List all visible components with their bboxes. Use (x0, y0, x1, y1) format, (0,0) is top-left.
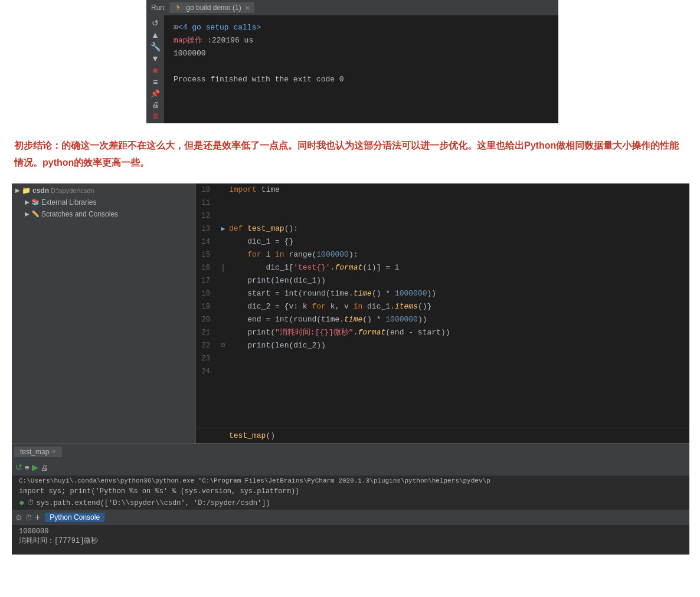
console-panel: test_map ✕ ↺ ≡ ▶ 🖨 C:\Users\huyi\.conda\… (12, 443, 689, 555)
line-content: for i in range(1000000): (229, 248, 358, 261)
output-line-5: Process finished with the exit code 0 (174, 73, 549, 86)
console-print-button[interactable]: 🖨 (41, 463, 48, 472)
line-number: 21 (196, 326, 217, 339)
line-number: 15 (196, 248, 217, 261)
code-line-20: 20 end = int(round(time.time() * 1000000… (196, 313, 689, 326)
console-tab-close-icon[interactable]: ✕ (51, 448, 56, 455)
wrench-button[interactable]: 🔧 (150, 41, 161, 52)
line-number: 16 (196, 261, 217, 274)
code-line-16: 16 | dic_1['test{}'.format(i)] = i (196, 261, 689, 274)
commentary-text: 初步结论：的确这一次差距不在这么大，但是还是效率低了一点点。同时我也认为这部分语… (14, 137, 686, 172)
pin-button[interactable]: 📌 (150, 88, 161, 99)
console-clock-button[interactable]: ⏱ (25, 513, 32, 522)
bottom-call-bar: test_map() (196, 428, 689, 443)
rerun-button[interactable]: ↺ (151, 18, 159, 28)
line-number: 17 (196, 274, 217, 287)
line-content: end = int(round(time.time() * 1000000)) (229, 313, 427, 326)
line-content: print(len(dic_1)) (229, 274, 326, 287)
line-gutter (217, 352, 229, 365)
sidebar-external-label: External Libraries (41, 198, 96, 206)
code-area: 18 import time 11 12 13 ▶ def test_map()… (196, 183, 689, 428)
line-number: 23 (196, 352, 217, 365)
console-gear-button[interactable]: ⚙ (15, 513, 22, 522)
up-button[interactable]: ▲ (151, 29, 160, 40)
line-content: dic_1 = {} (229, 235, 293, 248)
stop-button[interactable]: ■ (152, 65, 158, 76)
line-number: 11 (196, 196, 217, 209)
sidebar-scratches-arrow: ▶ (25, 211, 30, 217)
commentary-section: 初步结论：的确这一次差距不在这么大，但是还是效率低了一点点。同时我也认为这部分语… (0, 123, 700, 183)
line-gutter (217, 235, 229, 248)
code-line-24: 24 (196, 365, 689, 378)
run-tab-icon: 🏃 (174, 4, 182, 12)
line-gutter (217, 196, 229, 209)
console-cmd2-line: ● ⏱ sys.path.extend(['D:\\spyder\\csdn',… (12, 497, 689, 510)
code-line-19: 19 dic_2 = {v: k for k, v in dic_1.items… (196, 300, 689, 313)
line-content: import time (229, 183, 280, 196)
console-toolbar-row1: ↺ ≡ ▶ 🖨 (12, 460, 689, 475)
console-tab[interactable]: test_map ✕ (14, 447, 62, 457)
cmd1-text: import sys; print('Python %s on %s' % (s… (19, 487, 299, 496)
line-gutter (217, 365, 229, 378)
folder-icon: 📁 (22, 186, 31, 195)
line-gutter (217, 274, 229, 287)
line-number: 13 (196, 222, 217, 235)
code-line-22: 22 ⊟ print(len(dic_2)) (196, 339, 689, 352)
trash-button[interactable]: 🗑 (151, 111, 160, 121)
run-tab-close-icon[interactable]: ✕ (245, 5, 250, 11)
python-console-label[interactable]: Python Console (45, 513, 104, 522)
console-output-1: 1000000 (19, 527, 682, 536)
cmd2-prefix-icon: ⏱ (27, 498, 34, 507)
output-line-4 (174, 60, 549, 73)
console-stop-button[interactable]: ≡ (25, 463, 30, 472)
line-number: 18 (196, 287, 217, 300)
code-line-12: 12 (196, 209, 689, 222)
line-gutter (217, 248, 229, 261)
list-button[interactable]: ≡ (152, 77, 158, 87)
line-number: 22 (196, 339, 217, 352)
code-line-15: 15 for i in range(1000000): (196, 248, 689, 261)
line-gutter: | (217, 261, 229, 274)
console-tab-bar: test_map ✕ (12, 444, 689, 460)
code-line-14: 14 dic_1 = {} (196, 235, 689, 248)
sidebar-project-arrow: ▶ (15, 187, 20, 193)
code-line-13: 13 ▶ def test_map(): (196, 222, 689, 235)
output-line-3: 1000000 (174, 47, 549, 60)
line-content: def test_map(): (229, 222, 298, 235)
line-content: print(len(dic_2)) (229, 339, 326, 352)
run-tab[interactable]: 🏃 go build demo (1) ✕ (169, 2, 254, 13)
down-button[interactable]: ▼ (151, 53, 160, 64)
console-plus-button[interactable]: + (35, 512, 40, 523)
line-number: 20 (196, 313, 217, 326)
console-play-button[interactable]: ▶ (32, 462, 38, 472)
console-rerun-button[interactable]: ↺ (15, 462, 22, 472)
ide-sidebar: ▶ 📁 csdn D:\spyder\csdn ▶ 📚 External Lib… (12, 183, 196, 443)
sidebar-scratches-label: Scratches and Consoles (41, 210, 118, 218)
line-content: dic_2 = {v: k for k, v in dic_1.items()} (229, 300, 431, 313)
code-line-23: 23 (196, 352, 689, 365)
line-gutter (217, 287, 229, 300)
line-gutter-collapse: ⊟ (217, 339, 229, 352)
sidebar-external-libs[interactable]: ▶ 📚 External Libraries (12, 196, 195, 208)
output-line-2: map操作 :220196 us (174, 34, 549, 47)
sidebar-external-arrow: ▶ (25, 199, 30, 205)
console-output-2: 消耗时间：[77791]微秒 (19, 536, 682, 546)
line-gutter (217, 313, 229, 326)
line-content: start = int(round(time.time() * 1000000)… (229, 287, 436, 300)
line-content: dic_1['test{}'.format(i)] = i (229, 261, 400, 274)
scratches-icon: ✏️ (31, 210, 40, 218)
sidebar-project-item[interactable]: ▶ 📁 csdn D:\spyder\csdn (12, 185, 195, 196)
console-path-line: C:\Users\huyi\.conda\envs\python36\pytho… (12, 475, 689, 486)
console-status-row: ⚙ ⏱ + Python Console (12, 510, 689, 525)
line-number: 18 (196, 183, 217, 196)
ide-editor: 18 import time 11 12 13 ▶ def test_map()… (196, 183, 689, 443)
line-number: 19 (196, 300, 217, 313)
code-line-11: 11 (196, 196, 689, 209)
print-button[interactable]: 🖨 (151, 100, 160, 110)
run-tab-label: go build demo (1) (186, 4, 241, 12)
line-number: 24 (196, 365, 217, 378)
code-line-17: 17 print(len(dic_1)) (196, 274, 689, 287)
bottom-call-text: test_map() (229, 431, 275, 440)
code-line-21: 21 print("消耗时间:[{}]微秒".format(end - star… (196, 326, 689, 339)
sidebar-scratches[interactable]: ▶ ✏️ Scratches and Consoles (12, 208, 195, 220)
